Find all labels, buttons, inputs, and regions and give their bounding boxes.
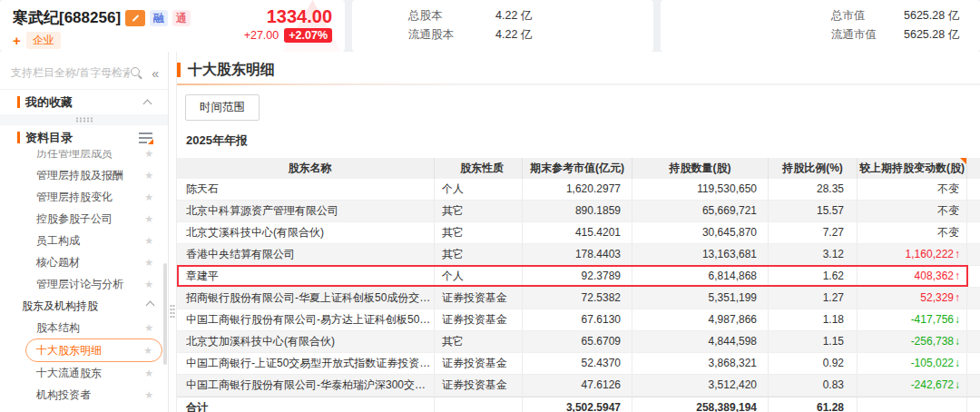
time-range-button[interactable]: 时间范围	[185, 94, 260, 121]
shares-held: 65,669,721	[632, 201, 769, 221]
shareholder-name: 陈天石	[177, 179, 435, 200]
price-change: +27.00	[244, 29, 279, 42]
market-value: 178.4403	[523, 244, 632, 265]
sidebar-item-core-themes[interactable]: 核心题材 ★	[0, 251, 168, 273]
shares-held: 6,814,868	[632, 266, 769, 287]
holding-change: 1,160,222↑	[858, 244, 967, 265]
chevron-up-icon[interactable]	[143, 99, 152, 108]
trend-arrow-icon: ↑	[955, 270, 960, 282]
market-value: 65.6709	[523, 331, 632, 352]
sidebar-item-mgmt-holdings-change[interactable]: 管理层持股变化 ★	[0, 186, 168, 208]
star-icon[interactable]: ★	[144, 164, 153, 186]
drag-dots-icon	[170, 304, 175, 319]
col-shareholder-name[interactable]: 股东名称	[177, 158, 435, 179]
col-gutter	[967, 158, 980, 179]
table-total-row: 合计 3,502.5947 258,389,194 61.28	[177, 397, 980, 412]
holding-change: 52,329↑	[858, 288, 967, 309]
sidebar-item-top10-shareholders[interactable]: 十大股东明细 ★	[25, 338, 162, 362]
shares-held: 4,844,598	[632, 331, 769, 352]
catalog-filter-icon[interactable]	[139, 132, 152, 143]
share-capital-card: 总股本 4.22 亿 流通股本 4.22 亿	[352, 0, 653, 52]
col-market-value[interactable]: 期末参考市值(亿元)	[523, 158, 632, 179]
shareholder-name: 中国工商银行股份有限公司-华泰柏瑞沪深300交易型开放...	[177, 375, 435, 396]
shareholder-type: 其它	[435, 331, 523, 352]
trend-arrow-icon: ↓	[955, 335, 960, 348]
table-row[interactable]: 陈天石 个人 1,620.2977 119,530,650 28.35 不变	[177, 179, 980, 201]
panel-resize-gutter[interactable]	[169, 52, 177, 412]
trend-arrow-icon: ↓	[955, 313, 960, 326]
float-mktcap-value: 5625.28 亿	[904, 27, 959, 43]
search-icon[interactable]	[130, 66, 143, 80]
table-row[interactable]: 招商银行股份有限公司-华夏上证科创板50成份交易型开... 证券投资基金 72.…	[177, 288, 980, 309]
col-holding-change[interactable]: 较上期持股变动数(股)	[858, 158, 967, 179]
shareholder-name: 北京艾加溪科技中心(有限合伙)	[177, 331, 435, 352]
add-icon[interactable]: +	[13, 34, 21, 47]
table-row[interactable]: 香港中央结算有限公司 其它 178.4403 13,163,681 3.12 1…	[177, 244, 980, 266]
table-row[interactable]: 中国工商银行-上证50交易型开放式指数证券投资基金 证券投资基金 52.4370…	[177, 353, 980, 375]
holding-change: 不变	[858, 201, 967, 221]
star-icon[interactable]: ★	[143, 339, 152, 361]
star-icon[interactable]: ★	[144, 317, 153, 338]
main-panel: 十大股东明细 时间范围 2025年年报 股东名称 股东性质 期末参考市值(亿元)…	[177, 52, 980, 412]
sidebar-item-institutional-investors[interactable]: 机构投资者 ★	[0, 384, 168, 406]
edit-icon[interactable]	[125, 10, 145, 26]
star-icon[interactable]: ★	[144, 186, 153, 208]
collapse-sidebar-icon[interactable]: «	[152, 66, 159, 81]
holding-pct: 0.83	[769, 375, 858, 396]
star-icon[interactable]: ★	[144, 273, 153, 295]
sidebar-item-mgmt-holdings-pay[interactable]: 管理层持股及报酬 ★	[0, 164, 168, 186]
table-row-highlighted[interactable]: 章建平 个人 92.3789 6,814,868 1.62 408,362↑	[177, 266, 980, 288]
shareholder-type: 证券投资基金	[435, 375, 523, 396]
shares-held: 5,351,199	[632, 288, 769, 309]
table-row[interactable]: 北京艾溪科技中心(有限合伙) 其它 415.4201 30,645,870 7.…	[177, 222, 980, 244]
star-icon[interactable]: ★	[144, 150, 153, 164]
shareholder-name: 中国工商银行-上证50交易型开放式指数证券投资基金	[177, 353, 435, 374]
holding-pct: 7.27	[769, 222, 858, 243]
shareholder-name: 章建平	[177, 266, 435, 287]
title-separator	[177, 83, 980, 85]
total-label: 合计	[177, 397, 435, 412]
market-value: 890.1859	[523, 201, 632, 221]
favorites-section-header[interactable]: 我的收藏	[0, 90, 168, 114]
shares-held: 119,530,650	[632, 179, 769, 200]
sidebar-item-employee-structure[interactable]: 员工构成 ★	[0, 230, 168, 251]
shareholders-table: 股东名称 股东性质 期末参考市值(亿元) 持股数量(股) 持股比例(%) 较上期…	[177, 158, 980, 412]
sidebar-item-top10-float-shareholders[interactable]: 十大流通股东 ★	[0, 362, 168, 384]
orange-bar	[177, 63, 181, 77]
sidebar-item-subsidiaries[interactable]: 控股参股子公司 ★	[0, 208, 168, 230]
stock-title: 寒武纪[688256]	[13, 7, 121, 28]
total-shares-value: 4.22 亿	[495, 8, 532, 24]
col-shares-held[interactable]: 持股数量(股)	[632, 158, 769, 179]
star-icon[interactable]: ★	[144, 384, 153, 406]
sidebar-item-capital-structure[interactable]: 股本结构 ★	[0, 317, 168, 338]
holding-pct: 1.27	[769, 288, 858, 309]
total-market-value: 3,502.5947	[523, 397, 632, 412]
table-row[interactable]: 北京艾加溪科技中心(有限合伙) 其它 65.6709 4,844,598 1.1…	[177, 331, 980, 353]
sidebar-group-shareholders[interactable]: 股东及机构持股	[0, 295, 168, 317]
sidebar-search[interactable]: 支持栏目全称/首字母检索 «	[0, 52, 168, 90]
sidebar-item-past-management[interactable]: 历任管理层成员 ★	[0, 150, 168, 164]
star-icon[interactable]: ★	[144, 251, 153, 273]
star-icon[interactable]: ★	[144, 208, 153, 230]
star-icon[interactable]: ★	[144, 230, 153, 251]
col-holding-pct[interactable]: 持股比例(%)	[769, 158, 858, 179]
section-resize-handle[interactable]	[0, 114, 168, 125]
shareholder-name: 中国工商银行股份有限公司-易方达上证科创板50成份交...	[177, 309, 435, 330]
market-value: 52.4370	[523, 353, 632, 374]
shareholder-name: 香港中央结算有限公司	[177, 244, 435, 265]
search-input[interactable]: 支持栏目全称/首字母检索	[11, 65, 130, 81]
table-row[interactable]: 中国工商银行股份有限公司-易方达上证科创板50成份交... 证券投资基金 67.…	[177, 309, 980, 331]
sidebar-item-mgmt-discussion[interactable]: 管理层讨论与分析 ★	[0, 273, 168, 295]
col-shareholder-type[interactable]: 股东性质	[435, 158, 523, 179]
shareholder-type: 证券投资基金	[435, 309, 523, 330]
enterprise-tag[interactable]: 企业	[26, 32, 61, 49]
catalog-section-header[interactable]: 资料目录	[0, 125, 168, 150]
table-row[interactable]: 北京中科算源资产管理有限公司 其它 890.1859 65,669,721 15…	[177, 201, 980, 222]
holding-pct: 15.57	[769, 201, 858, 221]
connect-badge: 通	[172, 10, 191, 26]
chevron-up-icon[interactable]	[146, 301, 155, 310]
table-row[interactable]: 中国工商银行股份有限公司-华泰柏瑞沪深300交易型开放... 证券投资基金 47…	[177, 375, 980, 397]
star-icon[interactable]: ★	[144, 362, 153, 384]
page-title: 十大股东明细	[188, 61, 275, 80]
sidebar-scrollbar[interactable]	[163, 263, 167, 365]
